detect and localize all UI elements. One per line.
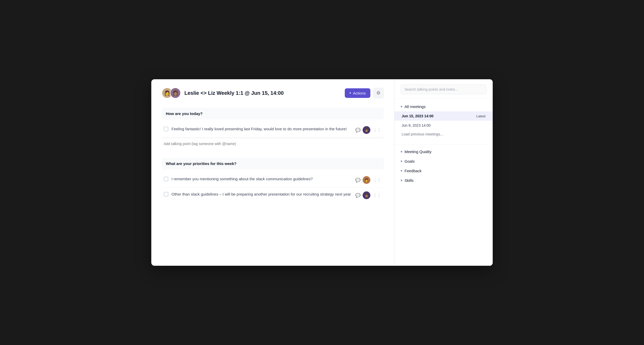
settings-button[interactable]: ⚙	[373, 88, 384, 98]
section-priorities: What are your priorities for this week? …	[162, 158, 384, 203]
header-actions: ▾ Actions ⚙	[345, 88, 384, 98]
chevron-meeting-quality-icon: ▾	[401, 150, 402, 154]
header: 👩 👩🏽 Leslie <> Liz Weekly 1:1 @ Jun 15, …	[162, 88, 384, 98]
meeting-date-2: Jun 8, 2023 14:00	[402, 123, 431, 127]
load-more-meetings[interactable]: Load previous meetings...	[394, 130, 493, 140]
right-panel: ▾ All meetings Jun 15, 2023 14:00 Latest…	[394, 79, 493, 266]
checkbox-tp1[interactable]	[164, 127, 168, 131]
section-how-are-you: How are you today? Feeling fantastic! I …	[162, 108, 384, 149]
user-avatar-3[interactable]: 👩🏽	[363, 191, 370, 199]
app-window: 👩 👩🏽 Leslie <> Liz Weekly 1:1 @ Jun 15, …	[151, 79, 493, 266]
point-text-2: I remember you mentioning something abou…	[171, 176, 352, 182]
meeting-list: Jun 15, 2023 14:00 Latest Jun 8, 2023 14…	[394, 111, 493, 142]
nav-item-feedback[interactable]: ▾ Feedback	[394, 166, 493, 176]
all-meetings-toggle[interactable]: ▾ All meetings	[394, 102, 493, 111]
chevron-down-icon: ▾	[349, 91, 351, 95]
comment-icon-3[interactable]: 💬	[355, 193, 361, 198]
chevron-goals-icon: ▾	[401, 159, 402, 163]
goals-label: Goals	[405, 159, 415, 163]
meeting-quality-label: Meeting Quality	[405, 149, 431, 154]
talking-point-2: I remember you mentioning something abou…	[162, 172, 384, 188]
section-header-1: How are you today?	[162, 108, 384, 119]
checkbox-tp3[interactable]	[164, 192, 168, 197]
all-meetings-label: All meetings	[405, 104, 426, 109]
right-content: ▾ All meetings Jun 15, 2023 14:00 Latest…	[394, 99, 493, 266]
comment-icon-2[interactable]: 💬	[355, 178, 361, 183]
point-text-3: Other than slack guidelines – I will be …	[171, 191, 352, 197]
gear-icon: ⚙	[376, 90, 380, 96]
point-actions-2: 💬 👩 ⋮⋮	[355, 176, 382, 184]
user-avatar-1[interactable]: 👩🏽	[363, 126, 370, 134]
nav-item-meeting-quality[interactable]: ▾ Meeting Quality	[394, 147, 493, 156]
header-left: 👩 👩🏽 Leslie <> Liz Weekly 1:1 @ Jun 15, …	[162, 88, 284, 98]
point-actions-3: 💬 👩🏽 ⋮⋮	[355, 191, 382, 199]
skills-label: Skills	[405, 178, 414, 183]
checkbox-tp2[interactable]	[164, 177, 168, 181]
nav-item-goals[interactable]: ▾ Goals	[394, 156, 493, 166]
more-menu-icon-1[interactable]: ⋮⋮	[372, 127, 382, 133]
comment-icon-1[interactable]: 💬	[355, 128, 361, 133]
user-avatar-2[interactable]: 👩	[363, 176, 370, 184]
nav-item-skills[interactable]: ▾ Skills	[394, 176, 493, 185]
chevron-up-icon: ▾	[401, 105, 402, 109]
point-text-1: Feeling fantastic! I really loved presen…	[171, 126, 352, 132]
nav-items-section: ▾ Meeting Quality ▾ Goals ▾ Feedback ▾ S…	[394, 146, 493, 186]
all-meetings-section: ▾ All meetings Jun 15, 2023 14:00 Latest…	[394, 101, 493, 143]
chevron-skills-icon: ▾	[401, 178, 402, 182]
divider-1	[394, 145, 493, 145]
search-input[interactable]	[401, 84, 486, 94]
latest-badge: Latest	[476, 114, 485, 118]
chevron-feedback-icon: ▾	[401, 169, 402, 173]
meeting-item-2[interactable]: Jun 8, 2023 14:00	[394, 121, 493, 130]
point-actions-1: 💬 👩🏽 ⋮⋮	[355, 126, 382, 134]
talking-point-3: Other than slack guidelines – I will be …	[162, 188, 384, 203]
actions-button[interactable]: ▾ Actions	[345, 88, 370, 98]
meeting-title: Leslie <> Liz Weekly 1:1 @ Jun 15, 14:00	[184, 90, 284, 96]
avatar-liz: 👩🏽	[170, 88, 181, 98]
actions-label: Actions	[353, 91, 366, 95]
meeting-date-1: Jun 15, 2023 14:00	[402, 114, 433, 118]
meeting-item-1[interactable]: Jun 15, 2023 14:00 Latest	[394, 111, 493, 121]
more-menu-icon-2[interactable]: ⋮⋮	[372, 177, 382, 183]
avatar-group: 👩 👩🏽	[162, 88, 181, 98]
section-header-2: What are your priorities for this week?	[162, 158, 384, 169]
search-container	[394, 79, 493, 99]
left-panel: 👩 👩🏽 Leslie <> Liz Weekly 1:1 @ Jun 15, …	[151, 79, 394, 266]
add-talking-point-input-1[interactable]	[162, 138, 384, 149]
talking-point-1: Feeling fantastic! I really loved presen…	[162, 123, 384, 138]
more-menu-icon-3[interactable]: ⋮⋮	[372, 192, 382, 198]
feedback-label: Feedback	[405, 169, 422, 173]
